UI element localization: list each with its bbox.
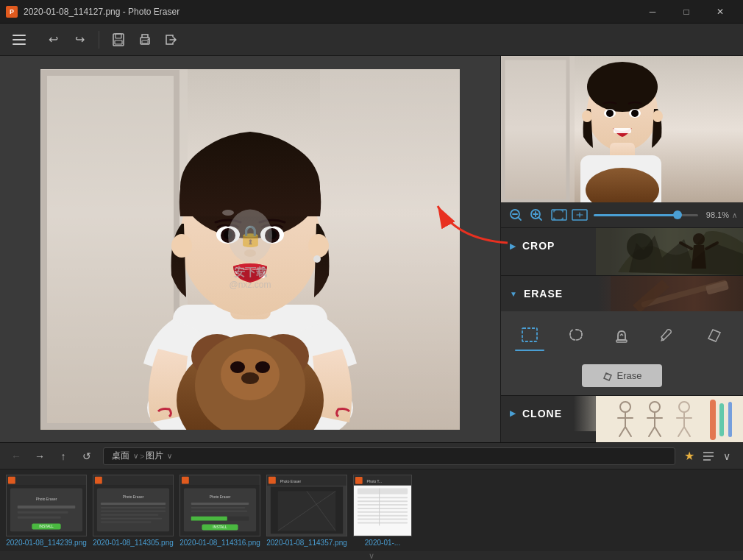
svg-point-24 xyxy=(171,234,192,258)
favorites-button[interactable]: ★ xyxy=(681,449,697,463)
svg-text:Photo Eraser: Photo Eraser xyxy=(280,479,302,483)
thumbnail-item-3[interactable]: Photo Eraser INSTALL 2020-01-08_114316.p… xyxy=(179,475,260,547)
svg-point-41 xyxy=(587,62,658,112)
svg-rect-97 xyxy=(101,521,152,522)
svg-point-50 xyxy=(582,110,592,122)
right-panel: 98.1% ∧ ▶ CROP xyxy=(500,56,743,442)
svg-point-5 xyxy=(148,38,149,40)
svg-rect-108 xyxy=(191,516,227,520)
svg-text:Photo Eraser: Photo Eraser xyxy=(123,495,144,499)
zoom-fit-button[interactable] xyxy=(551,209,567,221)
zoom-slider-container[interactable] xyxy=(594,214,698,216)
path-separator: > xyxy=(140,452,144,461)
thumbnail-preview xyxy=(501,56,743,202)
crop-label: CROP xyxy=(522,240,555,252)
print-button[interactable] xyxy=(133,28,157,52)
thumbnail-label-3: 2020-01-08_114316.png xyxy=(179,539,260,547)
thumbnail-item-2[interactable]: Photo Eraser 2020-01-08_114305.png xyxy=(93,475,174,547)
zoom-slider[interactable] xyxy=(594,214,698,216)
zoom-slider-fill xyxy=(594,214,678,216)
zoom-actual-button[interactable] xyxy=(572,209,588,221)
sort-container: ∨ xyxy=(700,446,737,467)
thumbnails-row: Photo Eraser INSTALL 2020-01-08_114239.p… xyxy=(0,469,743,551)
svg-rect-130 xyxy=(358,518,408,520)
pen-tool[interactable] xyxy=(653,320,683,350)
svg-rect-127 xyxy=(358,507,408,508)
path-bar[interactable]: 桌面 ∨ > 图片 ∨ xyxy=(103,447,675,465)
eraser-tool[interactable] xyxy=(700,320,729,350)
save-button[interactable] xyxy=(107,28,130,52)
svg-rect-88 xyxy=(95,476,102,483)
path-pictures-dropdown[interactable]: ∨ xyxy=(167,452,172,460)
redo-button[interactable]: ↪ xyxy=(68,28,91,52)
svg-point-26 xyxy=(313,255,321,263)
zoom-chevron[interactable]: ∧ xyxy=(732,211,737,219)
svg-point-20 xyxy=(241,372,259,384)
crop-header[interactable]: ▶ CROP xyxy=(501,228,743,263)
clone-chevron: ▶ xyxy=(510,409,516,417)
thumbnail-item-5[interactable]: Photo T... 2020-01-... xyxy=(353,475,412,547)
chevron-down-icon: ∨ xyxy=(369,551,374,561)
crop-chevron: ▶ xyxy=(510,242,516,250)
thumbnail-label-1: 2020-01-08_114239.png xyxy=(6,539,87,547)
thumbnail-image-5: Photo T... xyxy=(353,475,412,536)
svg-rect-132 xyxy=(379,488,380,525)
main-image: 🔒 安下载 @nxz.com xyxy=(40,69,460,430)
svg-rect-93 xyxy=(101,506,166,508)
undo-button[interactable]: ↩ xyxy=(41,28,65,52)
svg-rect-92 xyxy=(101,503,166,505)
sort-icon xyxy=(700,448,717,464)
path-pictures: 图片 xyxy=(146,450,163,462)
erase-header[interactable]: ▼ ERASE xyxy=(501,276,743,311)
zoom-in-button[interactable] xyxy=(527,206,545,224)
zoom-controls: 98.1% ∧ xyxy=(501,202,743,229)
svg-rect-125 xyxy=(358,500,408,502)
title-bar: P 2020-01-08_114127.png - Photo Eraser ─… xyxy=(0,0,743,24)
close-button[interactable]: ✕ xyxy=(703,0,737,24)
zoom-out-button[interactable] xyxy=(507,206,525,224)
thumbnail-item-4[interactable]: Photo Eraser 2020-01-08_114357.png xyxy=(266,475,347,547)
svg-rect-99 xyxy=(180,475,260,485)
svg-rect-94 xyxy=(101,510,166,511)
svg-rect-124 xyxy=(358,497,408,498)
stamp-tool[interactable] xyxy=(607,320,636,350)
minimize-button[interactable]: ─ xyxy=(636,0,669,24)
clone-header[interactable]: ▶ CLONE xyxy=(501,396,743,431)
thumbnail-image-4: Photo Eraser xyxy=(266,475,347,536)
zoom-fit-buttons xyxy=(551,209,588,221)
svg-rect-129 xyxy=(358,514,408,516)
nav-forward-button[interactable]: → xyxy=(29,446,50,467)
svg-rect-76 xyxy=(7,475,86,485)
share-button[interactable] xyxy=(160,28,183,52)
crop-section: ▶ CROP xyxy=(501,228,743,275)
path-desktop-dropdown[interactable]: ∨ xyxy=(133,452,138,460)
svg-rect-2 xyxy=(115,40,122,44)
svg-point-36 xyxy=(222,210,234,216)
maximize-button[interactable]: □ xyxy=(669,0,703,24)
svg-rect-126 xyxy=(358,504,408,506)
nav-back-button[interactable]: ← xyxy=(6,446,26,467)
file-browser-toolbar: ← → ↑ ↺ 桌面 ∨ > 图片 ∨ ★ ∨ xyxy=(0,443,743,469)
svg-rect-104 xyxy=(191,503,249,505)
svg-point-47 xyxy=(606,110,614,117)
svg-rect-113 xyxy=(269,476,276,483)
nav-up-button[interactable]: ↑ xyxy=(53,446,74,467)
erase-section: ▼ ERASE xyxy=(501,275,743,395)
svg-text:Photo Eraser: Photo Eraser xyxy=(36,497,57,501)
nav-refresh-button[interactable]: ↺ xyxy=(77,446,97,467)
zoom-slider-thumb xyxy=(673,210,682,219)
svg-rect-95 xyxy=(101,514,159,515)
sort-dropdown-button[interactable]: ∨ xyxy=(717,446,737,467)
zoom-percentage: 98.1% xyxy=(701,210,729,219)
lasso-tool[interactable] xyxy=(561,320,591,350)
rect-select-tool[interactable] xyxy=(515,320,544,350)
scroll-down-button[interactable]: ∨ xyxy=(0,551,743,560)
svg-rect-119 xyxy=(354,475,411,486)
thumbnail-item-1[interactable]: Photo Eraser INSTALL 2020-01-08_114239.p… xyxy=(6,475,87,547)
menu-button[interactable] xyxy=(9,29,29,50)
svg-text:INSTALL: INSTALL xyxy=(39,525,54,528)
image-canvas[interactable]: 🔒 安下载 @nxz.com xyxy=(0,56,500,442)
erase-button[interactable]: Erase xyxy=(582,364,663,387)
app-icon: P xyxy=(6,6,18,18)
svg-point-33 xyxy=(244,249,256,257)
